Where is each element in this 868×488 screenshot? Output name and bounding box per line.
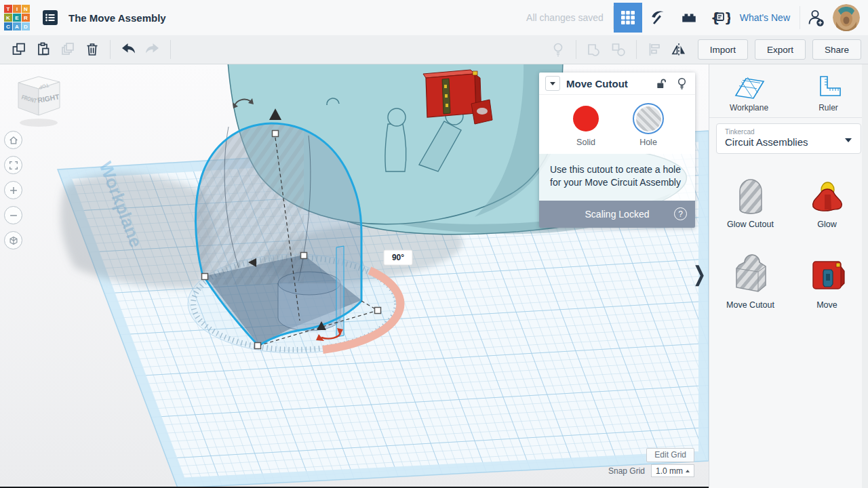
whats-new-link[interactable]: What's New (740, 12, 790, 23)
library-brand: Tinkercad (725, 128, 852, 136)
shapes-sidebar: Workplane Ruler Tinkercad Circuit Assemb… (709, 64, 868, 488)
chevron-down-icon (550, 82, 555, 88)
ruler-tool-label: Ruler (789, 103, 868, 113)
shape-label: Glow (789, 220, 865, 229)
shape-label: Move (789, 300, 865, 310)
edit-toolbar: Import Export Share (0, 35, 868, 64)
hole-option[interactable]: Hole (633, 103, 664, 147)
show-all-icon[interactable] (546, 38, 570, 61)
zoom-out-button[interactable] (4, 206, 22, 224)
ruler-icon (789, 72, 868, 100)
ruler-tool[interactable]: Ruler (789, 72, 868, 113)
shape-glow-cutout[interactable]: Glow Cutout (712, 173, 789, 229)
workplane-tool-label: Workplane (709, 103, 789, 113)
move-cutout-icon (712, 253, 789, 297)
document-title[interactable]: The Move Assembly (68, 12, 166, 24)
view-cube[interactable]: TOP FRONT RIGHT (18, 77, 60, 127)
edit-grid-button[interactable]: Edit Grid (646, 448, 694, 462)
snap-grid-select[interactable]: 1.0 mm (651, 464, 694, 477)
divider (170, 40, 171, 59)
minecraft-export-icon[interactable] (642, 3, 673, 33)
shape-description: Use this cutout to create a hole for you… (539, 154, 695, 201)
tinkercad-logo[interactable]: T I N K E R C A D (4, 5, 30, 30)
delete-icon[interactable] (80, 38, 104, 61)
scaling-locked-label: Scaling Locked (585, 209, 650, 220)
dashboard-grid-button[interactable] (614, 3, 642, 33)
workplane-tool[interactable]: Workplane (709, 72, 789, 113)
duplicate-icon[interactable] (56, 38, 80, 61)
group-icon[interactable] (582, 38, 606, 61)
shape-inspector-panel: Move Cutout Solid Hole Use this cutou (539, 73, 695, 228)
menu-list-icon[interactable] (40, 7, 60, 28)
export-button[interactable]: Export (755, 39, 806, 60)
shape-library-dropdown[interactable]: Tinkercad Circuit Assemblies (716, 123, 861, 154)
import-button[interactable]: Import (698, 39, 748, 60)
ungroup-icon[interactable] (606, 38, 631, 61)
zoom-in-button[interactable] (4, 181, 22, 199)
logo-tile: K (4, 14, 12, 22)
shape-move-cutout[interactable]: Move Cutout (712, 253, 789, 310)
codeblocks-icon[interactable]: {} (705, 3, 736, 33)
library-name: Circuit Assemblies (725, 136, 852, 148)
hole-label: Hole (633, 138, 664, 147)
chevron-up-icon (686, 468, 690, 472)
align-icon[interactable] (642, 38, 667, 61)
sidebar-scrollbar[interactable] (862, 64, 868, 488)
home-view-button[interactable] (4, 131, 22, 149)
autosave-status: All changes saved (526, 12, 604, 23)
svg-text:90°: 90° (392, 253, 404, 262)
snap-grid-value: 1.0 mm (656, 466, 683, 476)
move-icon (789, 253, 865, 297)
share-button[interactable]: Share (812, 39, 861, 60)
divider (576, 40, 576, 59)
logo-tile: A (13, 22, 21, 30)
hide-bulb-icon[interactable] (674, 76, 689, 91)
copy-icon[interactable] (7, 38, 31, 61)
scaling-locked-banner: Scaling Locked ? (539, 201, 695, 228)
lego-export-icon[interactable] (673, 3, 705, 33)
paste-icon[interactable] (31, 38, 56, 61)
logo-tile: T (4, 5, 12, 13)
invite-collaborator-icon[interactable] (800, 3, 831, 33)
rotation-angle-label: 90° (384, 250, 412, 265)
logo-tile: D (22, 22, 30, 30)
hole-swatch (636, 106, 661, 131)
solid-label: Solid (570, 138, 601, 147)
shape-move[interactable]: Move (789, 253, 865, 310)
lock-icon[interactable] (653, 76, 668, 91)
perspective-toggle-button[interactable] (4, 231, 22, 249)
logo-tile: I (13, 5, 21, 13)
workplane-icon (709, 72, 789, 100)
svg-text:}: } (724, 10, 730, 25)
logo-tile: N (22, 5, 30, 13)
inspector-title: Move Cutout (566, 78, 647, 89)
cutout-wall (336, 246, 344, 337)
shape-label: Glow Cutout (712, 220, 789, 229)
help-icon[interactable]: ? (674, 207, 687, 220)
glow-cutout-icon (712, 173, 789, 216)
user-avatar[interactable] (833, 4, 860, 31)
view-nav-controls (4, 131, 22, 256)
logo-tile: E (13, 14, 21, 22)
app-header: T I N K E R C A D The Move Assembly All … (0, 0, 868, 35)
divider (110, 40, 111, 59)
logo-tile: C (4, 22, 12, 30)
redo-icon[interactable] (140, 38, 165, 61)
character-arm-left[interactable] (385, 108, 406, 171)
solid-swatch (573, 106, 599, 131)
solid-option[interactable]: Solid (570, 103, 601, 147)
shape-glow[interactable]: Glow (789, 173, 865, 229)
undo-icon[interactable] (116, 38, 140, 61)
glow-icon (789, 173, 865, 216)
divider (709, 117, 868, 118)
logo-tile: R (22, 14, 30, 22)
collapse-inspector-button[interactable] (545, 76, 560, 91)
mirror-icon[interactable] (667, 38, 691, 61)
fit-view-button[interactable] (4, 156, 22, 174)
divider (636, 40, 637, 59)
snap-grid-label: Snap Grid (608, 466, 645, 476)
collapse-sidebar-chevron[interactable]: ❯ (693, 262, 706, 285)
shape-label: Move Cutout (712, 300, 789, 310)
chevron-down-icon (845, 138, 852, 146)
viewport-3d[interactable]: Workplane (0, 64, 709, 488)
